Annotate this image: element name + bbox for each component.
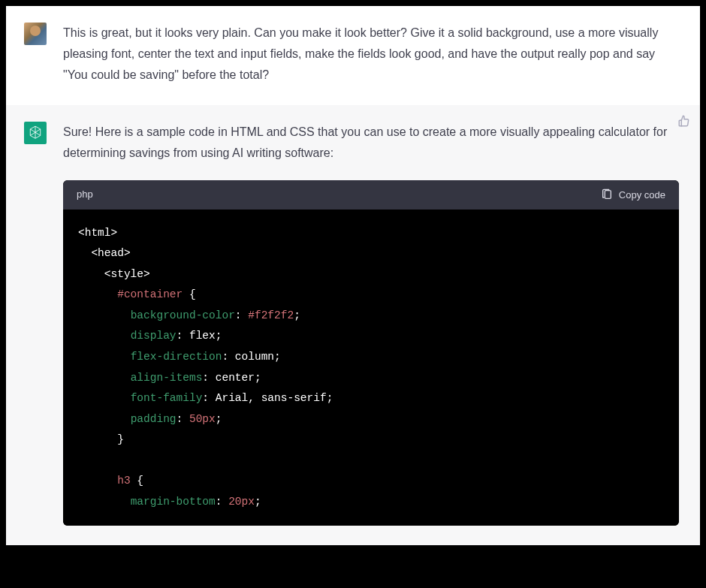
code-token: h3 <box>117 475 130 487</box>
code-token: ; <box>327 392 333 404</box>
copy-code-label: Copy code <box>619 189 665 201</box>
code-token: ; <box>274 351 281 363</box>
code-token: { <box>183 288 195 300</box>
code-language-label: php <box>77 186 93 204</box>
code-token: <style> <box>104 268 150 280</box>
code-token: margin-bottom <box>131 496 216 508</box>
code-token: } <box>117 433 124 445</box>
assistant-intro: Sure! Here is a sample code in HTML and … <box>63 122 679 164</box>
user-text: This is great, but it looks very plain. … <box>63 23 679 86</box>
code-token: ; <box>216 330 222 342</box>
code-token: ; <box>255 372 261 384</box>
code-token: flex-direction <box>131 351 222 363</box>
assistant-message-content: Sure! Here is a sample code in HTML and … <box>63 122 679 526</box>
code-body[interactable]: <html> <head> <style> #container { backg… <box>63 210 679 526</box>
chat-container: This is great, but it looks very plain. … <box>6 6 700 582</box>
code-token: : <box>222 351 234 363</box>
code-token: 20px <box>228 496 255 508</box>
feedback-controls <box>677 114 691 131</box>
copy-code-button[interactable]: Copy code <box>601 188 665 201</box>
code-token: : <box>216 496 228 508</box>
code-token: #container <box>117 288 183 300</box>
user-message: This is great, but it looks very plain. … <box>6 6 700 105</box>
openai-logo-icon <box>27 125 44 141</box>
code-token: : <box>176 330 189 342</box>
code-token: display <box>131 330 176 342</box>
code-token: center <box>216 372 255 384</box>
clipboard-icon <box>601 188 613 201</box>
code-token: ; <box>216 413 222 425</box>
code-header: php Copy code <box>63 180 679 210</box>
code-token: Arial, sans-serif <box>216 392 327 404</box>
code-token: <html> <box>78 227 117 239</box>
user-message-content: This is great, but it looks very plain. … <box>63 23 679 86</box>
code-block: php Copy code <html> <head> <style> #con… <box>63 180 679 526</box>
assistant-avatar <box>24 122 47 144</box>
code-token: 50px <box>189 413 216 425</box>
code-token: padding <box>131 413 176 425</box>
code-token: : <box>202 392 215 404</box>
code-token: <head> <box>91 247 130 259</box>
code-token: flex <box>189 330 216 342</box>
code-token: #f2f2f2 <box>248 309 294 321</box>
thumbs-up-icon[interactable] <box>677 114 691 128</box>
user-avatar <box>24 23 47 45</box>
code-token: : <box>235 309 248 321</box>
code-token: : <box>202 372 215 384</box>
svg-rect-0 <box>605 191 611 199</box>
code-token: : <box>176 413 189 425</box>
code-token: background-color <box>131 309 235 321</box>
code-token: column <box>235 351 274 363</box>
code-token: { <box>131 475 143 487</box>
assistant-message: Sure! Here is a sample code in HTML and … <box>6 105 700 545</box>
code-token: ; <box>294 309 300 321</box>
code-token: font-family <box>131 392 203 404</box>
code-token: align-items <box>131 372 203 384</box>
code-token: ; <box>255 496 261 508</box>
